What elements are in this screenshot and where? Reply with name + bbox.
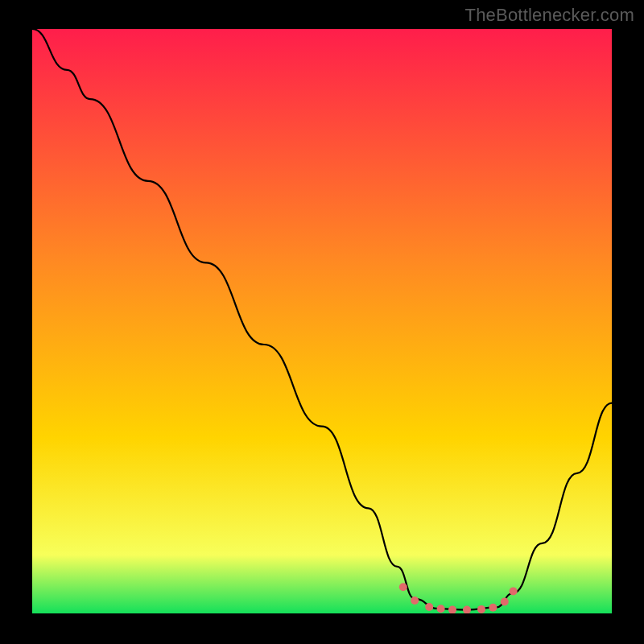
gradient-background	[32, 29, 612, 613]
trough-dot	[489, 604, 497, 612]
trough-dot	[501, 598, 509, 606]
watermark: TheBottlenecker.com	[465, 5, 634, 26]
trough-dot	[399, 583, 407, 591]
trough-dot	[477, 605, 485, 613]
trough-dot	[510, 587, 518, 595]
plot-area	[32, 29, 612, 613]
chart-container: TheBottlenecker.com	[0, 0, 644, 644]
trough-dot	[437, 605, 445, 613]
trough-dot	[411, 597, 419, 605]
trough-dot	[425, 603, 433, 611]
chart-svg	[32, 29, 612, 613]
